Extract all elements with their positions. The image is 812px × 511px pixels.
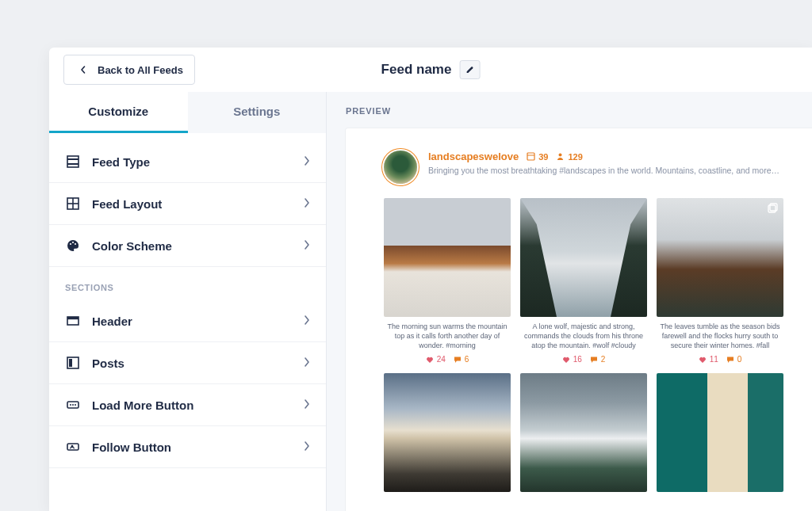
profile-header: landscapeswelove 39 129 Bringing you the…	[384, 151, 812, 184]
app-window: Back to All Feeds Feed name Customize Se…	[49, 48, 812, 511]
color-scheme-icon	[65, 238, 81, 254]
follow-button-icon	[65, 439, 81, 455]
preview-panel: PREVIEW landscapeswelove 39	[327, 92, 812, 511]
sidebar: Customize Settings Feed Type	[49, 92, 327, 511]
sidebar-tabs: Customize Settings	[49, 92, 326, 133]
post-caption: The morning sun warms the mountain top a…	[384, 322, 511, 350]
section-options: Header Posts	[49, 300, 326, 468]
post-comments: 6	[454, 355, 469, 364]
post-caption: A lone wolf, majestic and strong, comman…	[520, 322, 647, 350]
svg-rect-10	[67, 317, 79, 319]
likes-count: 16	[573, 355, 582, 364]
profile-posts-stat: 39	[527, 152, 548, 162]
header-icon	[65, 313, 81, 329]
post-comments: 0	[726, 355, 742, 364]
svg-point-21	[559, 154, 562, 157]
post-thumbnail[interactable]	[657, 198, 783, 317]
svg-rect-2	[67, 163, 79, 165]
post-thumbnail[interactable]	[384, 198, 511, 317]
carousel-icon	[766, 203, 779, 215]
comments-count: 0	[737, 355, 742, 364]
post-thumbnail[interactable]	[384, 373, 511, 492]
post-stats: 24 6	[384, 355, 511, 364]
post-stats: 11 0	[657, 355, 783, 364]
option-feed-layout[interactable]: Feed Layout	[49, 183, 326, 225]
post-likes: 11	[699, 355, 718, 364]
comment-icon	[454, 356, 462, 364]
profile-meta: landscapeswelove 39 129 Bringing you the…	[428, 151, 779, 175]
back-button-label: Back to All Feeds	[98, 64, 183, 76]
chevron-right-icon	[304, 398, 310, 412]
preview-canvas: landscapeswelove 39 129 Bringing you the…	[346, 128, 812, 511]
profile-posts-count: 39	[538, 152, 548, 162]
profile-followers-count: 129	[568, 152, 582, 162]
preview-heading: PREVIEW	[346, 106, 812, 116]
svg-rect-0	[67, 156, 79, 167]
sections-heading: SECTIONS	[49, 267, 326, 300]
option-label: Load More Button	[92, 399, 293, 412]
posts-icon	[65, 355, 81, 371]
post-comments: 2	[590, 355, 606, 364]
svg-rect-19	[527, 153, 534, 160]
option-label: Posts	[92, 357, 293, 370]
posts-grid: The morning sun warms the mountain top a…	[384, 198, 812, 492]
feed-type-icon	[65, 154, 81, 170]
edit-feed-name-button[interactable]	[459, 60, 480, 79]
profile-line1: landscapeswelove 39 129	[428, 151, 779, 162]
post-thumbnail[interactable]	[520, 373, 647, 492]
comment-icon	[590, 356, 598, 364]
post-thumbnail[interactable]	[520, 198, 647, 317]
profile-followers-stat: 129	[556, 152, 582, 162]
pencil-icon	[465, 65, 474, 74]
svg-rect-1	[67, 158, 79, 160]
profile-username[interactable]: landscapeswelove	[428, 151, 519, 162]
option-label: Color Scheme	[92, 239, 293, 253]
post-card	[520, 373, 647, 492]
option-label: Follow Button	[92, 440, 293, 454]
svg-point-8	[75, 243, 76, 245]
tab-customize[interactable]: Customize	[49, 92, 188, 133]
followers-icon	[556, 152, 565, 161]
avatar	[384, 151, 417, 184]
feed-name: Feed name	[381, 62, 452, 78]
comment-icon	[726, 356, 734, 364]
post-card: A lone wolf, majestic and strong, comman…	[520, 198, 647, 364]
chevron-right-icon	[304, 314, 310, 328]
post-stats: 16 2	[520, 355, 647, 364]
comments-count: 2	[601, 355, 606, 364]
post-likes: 16	[562, 355, 582, 364]
tab-customize-label: Customize	[88, 105, 148, 118]
post-card	[384, 373, 511, 492]
post-card: The leaves tumble as the season bids far…	[657, 198, 783, 364]
feed-layout-icon	[65, 196, 81, 212]
option-header[interactable]: Header	[49, 300, 326, 342]
heart-icon	[562, 356, 570, 364]
option-follow-button[interactable]: Follow Button	[49, 426, 326, 468]
chevron-right-icon	[304, 154, 310, 169]
chevron-left-icon	[75, 62, 91, 78]
chevron-right-icon	[304, 356, 310, 370]
heart-icon	[699, 356, 707, 364]
option-posts[interactable]: Posts	[49, 342, 326, 384]
posts-count-icon	[527, 152, 535, 161]
comments-count: 6	[465, 355, 469, 364]
post-card	[657, 373, 783, 492]
tab-settings-label: Settings	[233, 105, 280, 118]
back-to-feeds-button[interactable]: Back to All Feeds	[63, 55, 195, 85]
option-feed-type[interactable]: Feed Type	[49, 141, 326, 183]
profile-bio: Bringing you the most breathtaking #land…	[428, 166, 779, 175]
option-color-scheme[interactable]: Color Scheme	[49, 225, 326, 267]
heart-icon	[426, 356, 434, 364]
tab-settings[interactable]: Settings	[188, 92, 327, 133]
body: Customize Settings Feed Type	[49, 92, 812, 511]
svg-point-6	[70, 243, 71, 245]
post-thumbnail[interactable]	[657, 373, 783, 492]
svg-point-15	[72, 404, 74, 406]
post-caption: The leaves tumble as the season bids far…	[657, 322, 783, 350]
option-label: Feed Type	[92, 155, 293, 169]
likes-count: 24	[437, 355, 446, 364]
svg-point-14	[70, 404, 71, 406]
option-load-more[interactable]: Load More Button	[49, 384, 326, 426]
chevron-right-icon	[304, 440, 310, 454]
likes-count: 11	[710, 355, 718, 364]
